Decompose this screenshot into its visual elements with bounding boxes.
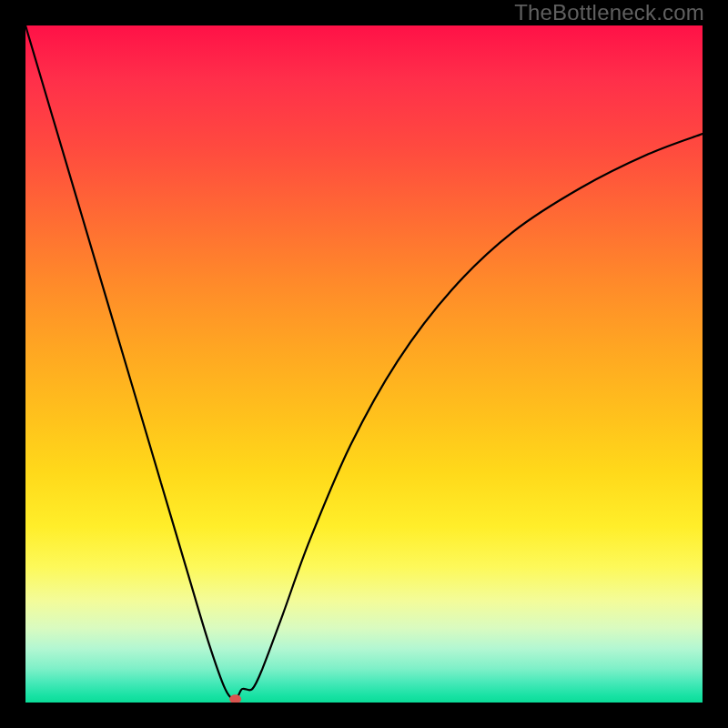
curve-layer [25,25,703,703]
minimum-marker [229,694,241,703]
bottleneck-curve [25,25,703,699]
watermark-text: TheBottleneck.com [514,0,704,25]
chart-container: TheBottleneck.com [0,0,728,728]
plot-area [25,25,703,703]
